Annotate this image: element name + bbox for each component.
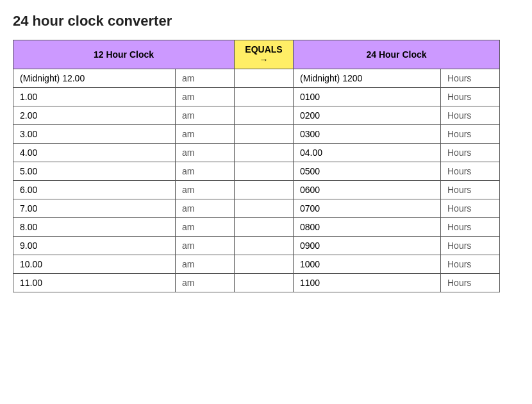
col-12hour-time: 6.00	[13, 181, 176, 199]
col-equals-spacer	[235, 181, 294, 199]
col-ampm: am	[176, 199, 235, 218]
col-24hour-time: 04.00	[294, 144, 441, 162]
table-row: 5.00am0500Hours	[13, 162, 500, 181]
col-24hour-time: 0200	[294, 106, 441, 125]
col-12hour-time: 4.00	[13, 144, 176, 162]
col-12hour-time: 11.00	[13, 274, 176, 292]
table-row: 11.00am1100Hours	[13, 274, 500, 292]
col-12hour-time: 8.00	[13, 218, 176, 237]
col-ampm: am	[176, 255, 235, 274]
col-equals-spacer	[235, 162, 294, 181]
col-hours-label: Hours	[441, 144, 500, 162]
col-12hour-time: 7.00	[13, 199, 176, 218]
table-row: 4.00am04.00Hours	[13, 144, 500, 162]
col-24hour-time: 1100	[294, 274, 441, 292]
col-ampm: am	[176, 106, 235, 125]
col-24hour-time: 0600	[294, 181, 441, 199]
col-hours-label: Hours	[441, 162, 500, 181]
table-row: 2.00am0200Hours	[13, 106, 500, 125]
col-ampm: am	[176, 88, 235, 106]
col-12hour-time: 1.00	[13, 88, 176, 106]
col-equals-spacer	[235, 69, 294, 88]
col-hours-label: Hours	[441, 274, 500, 292]
col-ampm: am	[176, 69, 235, 88]
col-hours-label: Hours	[441, 125, 500, 144]
col-12hour-time: 3.00	[13, 125, 176, 144]
col-ampm: am	[176, 274, 235, 292]
col-hours-label: Hours	[441, 199, 500, 218]
col-equals-spacer	[235, 106, 294, 125]
page-title: 24 hour clock converter	[13, 13, 519, 29]
col-equals-spacer	[235, 199, 294, 218]
col-24hour-time: 0100	[294, 88, 441, 106]
arrow-text: →	[241, 55, 287, 65]
col-ampm: am	[176, 237, 235, 255]
col-24hour-time: (Midnight) 1200	[294, 69, 441, 88]
col-12hour-time: (Midnight) 12.00	[13, 69, 176, 88]
col-equals-spacer	[235, 88, 294, 106]
col-hours-label: Hours	[441, 69, 500, 88]
col-12hour-time: 2.00	[13, 106, 176, 125]
col-24hour-time: 0300	[294, 125, 441, 144]
col-equals-spacer	[235, 218, 294, 237]
col-equals-spacer	[235, 237, 294, 255]
col-12hour-time: 10.00	[13, 255, 176, 274]
table-row: 6.00am0600Hours	[13, 181, 500, 199]
col-24hour-time: 0900	[294, 237, 441, 255]
header-12hour: 12 Hour Clock	[13, 40, 235, 69]
col-equals-spacer	[235, 255, 294, 274]
col-equals-spacer	[235, 274, 294, 292]
table-row: 9.00am0900Hours	[13, 237, 500, 255]
table-row: 3.00am0300Hours	[13, 125, 500, 144]
col-hours-label: Hours	[441, 106, 500, 125]
col-ampm: am	[176, 125, 235, 144]
table-row: 10.00am1000Hours	[13, 255, 500, 274]
table-row: (Midnight) 12.00am(Midnight) 1200Hours	[13, 69, 500, 88]
table-row: 8.00am0800Hours	[13, 218, 500, 237]
col-hours-label: Hours	[441, 255, 500, 274]
col-hours-label: Hours	[441, 88, 500, 106]
col-ampm: am	[176, 162, 235, 181]
header-24hour: 24 Hour Clock	[294, 40, 500, 69]
col-ampm: am	[176, 218, 235, 237]
col-ampm: am	[176, 144, 235, 162]
col-12hour-time: 9.00	[13, 237, 176, 255]
col-equals-spacer	[235, 125, 294, 144]
col-hours-label: Hours	[441, 237, 500, 255]
col-24hour-time: 0800	[294, 218, 441, 237]
header-equals: EQUALS →	[235, 40, 294, 69]
table-row: 1.00am0100Hours	[13, 88, 500, 106]
col-ampm: am	[176, 181, 235, 199]
equals-text: EQUALS	[241, 44, 287, 55]
col-12hour-time: 5.00	[13, 162, 176, 181]
col-24hour-time: 0700	[294, 199, 441, 218]
col-24hour-time: 0500	[294, 162, 441, 181]
table-row: 7.00am0700Hours	[13, 199, 500, 218]
col-hours-label: Hours	[441, 181, 500, 199]
col-24hour-time: 1000	[294, 255, 441, 274]
col-hours-label: Hours	[441, 218, 500, 237]
converter-table: 12 Hour Clock EQUALS → 24 Hour Clock (Mi…	[13, 40, 500, 292]
col-equals-spacer	[235, 144, 294, 162]
